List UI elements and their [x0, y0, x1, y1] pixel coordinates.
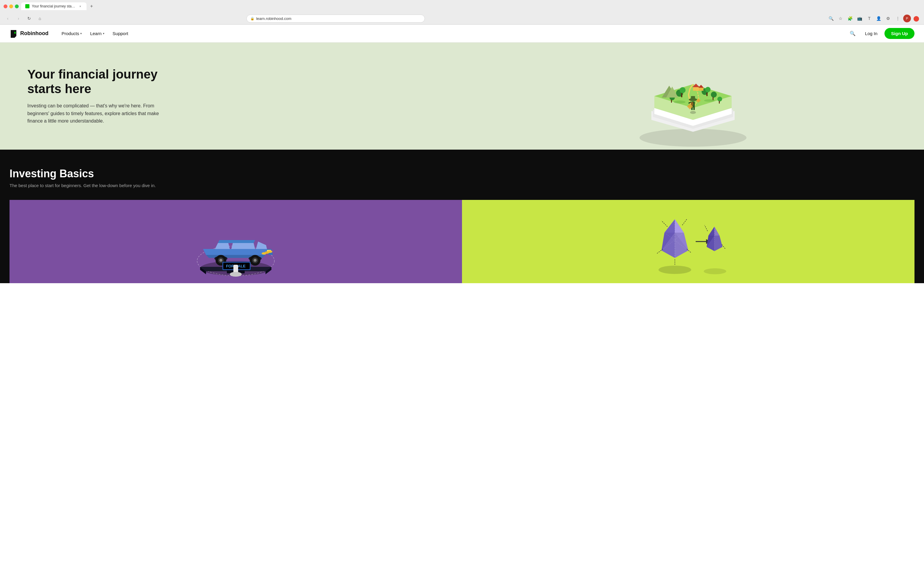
nav-item-products[interactable]: Products ▾: [58, 28, 85, 38]
svg-line-89: [662, 221, 667, 227]
car-svg: FOR SALE: [179, 203, 292, 280]
svg-rect-18: [719, 101, 720, 104]
card-crystal[interactable]: [462, 200, 914, 283]
nav-search-button[interactable]: 🔍: [847, 28, 858, 39]
section-subtitle: The best place to start for beginners. G…: [10, 183, 914, 188]
nav-products-label: Products: [61, 31, 79, 36]
crystal-svg: [632, 203, 745, 280]
svg-point-33: [674, 101, 686, 104]
forward-button[interactable]: ›: [14, 14, 23, 23]
svg-marker-82: [714, 227, 719, 235]
search-toolbar-icon[interactable]: 🔍: [827, 14, 835, 23]
svg-line-90: [682, 219, 687, 225]
svg-marker-46: [231, 243, 255, 249]
minimize-window-button[interactable]: [9, 5, 13, 8]
logo-text: Robinhood: [20, 30, 48, 36]
bookmark-icon[interactable]: ☆: [837, 14, 845, 23]
profile-avatar[interactable]: P: [903, 15, 911, 22]
svg-point-68: [704, 268, 726, 274]
address-text: learn.robinhood.com: [256, 17, 421, 21]
signup-button[interactable]: Sign Up: [884, 28, 914, 39]
card-car[interactable]: FOR SALE: [10, 200, 462, 283]
svg-point-61: [267, 250, 272, 253]
learn-chevron-icon: ▾: [103, 32, 104, 35]
svg-marker-72: [675, 219, 684, 233]
account-icon[interactable]: 👤: [874, 14, 883, 23]
svg-point-17: [718, 97, 722, 101]
cast-icon[interactable]: 📺: [856, 14, 864, 23]
svg-point-11: [705, 87, 711, 92]
site-logo[interactable]: Robinhood: [10, 30, 48, 38]
svg-point-25: [690, 111, 696, 114]
crystal-illustration: [462, 200, 914, 283]
nav-items: Products ▾ Learn ▾ Support: [58, 28, 847, 38]
login-button[interactable]: Log In: [861, 28, 881, 38]
svg-rect-9: [681, 93, 682, 97]
extensions-icon[interactable]: 🧩: [846, 14, 855, 23]
window-controls: [3, 5, 19, 8]
nav-item-support[interactable]: Support: [109, 28, 132, 38]
back-button[interactable]: ‹: [3, 14, 12, 23]
hero-title: Your financial journey starts here: [27, 67, 163, 96]
svg-marker-44: [203, 249, 269, 255]
browser-titlebar: Your financial journey starts he × +: [0, 0, 924, 13]
address-bar[interactable]: 🔒 learn.robinhood.com: [246, 15, 425, 23]
close-window-button[interactable]: [3, 5, 7, 8]
svg-marker-83: [708, 227, 714, 235]
chrome-icon[interactable]: ⬤: [912, 14, 921, 23]
nav-support-label: Support: [113, 31, 129, 36]
hero-illustration: [462, 43, 924, 150]
tab-favicon: [25, 4, 30, 8]
logo-icon: [10, 30, 18, 38]
svg-point-67: [658, 266, 691, 274]
svg-marker-48: [218, 240, 255, 243]
svg-line-91: [657, 249, 663, 253]
settings-icon[interactable]: ⚙: [884, 14, 893, 23]
nav-learn-label: Learn: [90, 31, 101, 36]
car-illustration: FOR SALE: [10, 200, 462, 283]
section-title: Investing Basics: [10, 167, 914, 180]
svg-point-58: [254, 259, 257, 262]
products-chevron-icon: ▾: [80, 32, 82, 35]
maximize-window-button[interactable]: [15, 5, 19, 8]
svg-marker-47: [256, 242, 267, 249]
svg-rect-31: [693, 106, 695, 110]
browser-tabs: Your financial journey starts he × +: [21, 2, 921, 10]
active-tab[interactable]: Your financial journey starts he ×: [21, 2, 86, 10]
svg-rect-14: [671, 99, 672, 103]
site-nav: Robinhood Products ▾ Learn ▾ Support 🔍 L…: [0, 25, 924, 43]
tab-close-button[interactable]: ×: [78, 4, 82, 8]
svg-rect-27: [691, 96, 695, 100]
svg-point-34: [704, 99, 715, 102]
home-button[interactable]: ⌂: [36, 14, 44, 23]
svg-point-55: [219, 259, 223, 262]
toolbar-icons: 🔍 ☆ 🧩 📺 T 👤 ⚙ ⋮ P ⬤: [827, 14, 921, 23]
svg-marker-73: [665, 219, 675, 233]
svg-point-8: [680, 87, 686, 93]
svg-point-15: [711, 92, 717, 98]
svg-line-94: [705, 225, 708, 231]
cards-grid: FOR SALE: [10, 200, 914, 283]
svg-point-66: [230, 272, 242, 276]
investing-basics-section: Investing Basics The best place to start…: [0, 150, 924, 283]
browser-addressbar: ‹ › ↻ ⌂ 🔒 learn.robinhood.com 🔍 ☆ 🧩 📺 T …: [0, 13, 924, 25]
hero-subtitle: Investing can be complicated — that's wh…: [27, 102, 163, 125]
svg-rect-12: [706, 93, 708, 96]
browser-chrome: Your financial journey starts he × + ‹ ›…: [0, 0, 924, 25]
tab-title: Your financial journey starts he: [32, 4, 76, 8]
hero-svg-illustration: [634, 43, 752, 150]
menu-icon[interactable]: ⋮: [894, 14, 902, 23]
svg-rect-21: [693, 86, 700, 91]
hero-content: Your financial journey starts here Inves…: [18, 50, 172, 142]
lock-icon: 🔒: [250, 17, 254, 20]
refresh-button[interactable]: ↻: [25, 14, 33, 23]
new-tab-button[interactable]: +: [88, 2, 96, 10]
svg-marker-45: [215, 243, 230, 249]
nav-item-learn[interactable]: Learn ▾: [86, 28, 107, 38]
translate-icon[interactable]: T: [865, 14, 873, 23]
nav-actions: 🔍 Log In Sign Up: [847, 28, 914, 39]
hero-section: Your financial journey starts here Inves…: [0, 43, 924, 150]
